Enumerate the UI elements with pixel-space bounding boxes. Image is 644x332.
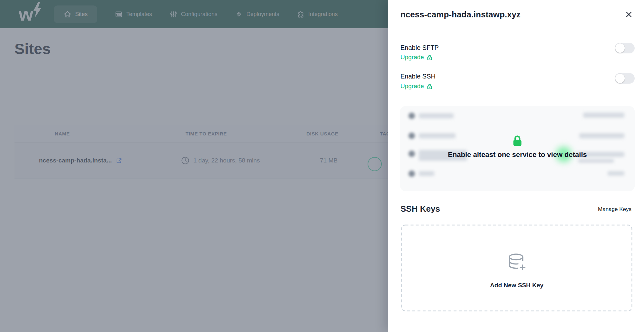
database-plus-icon (505, 252, 528, 275)
sftp-upgrade-link[interactable]: Upgrade (400, 54, 433, 61)
lock-solid-icon (511, 134, 524, 147)
toggle-knob (615, 74, 625, 83)
locked-details-card: Enable alteast one service to view detai… (400, 106, 635, 191)
upgrade-label: Upgrade (400, 54, 424, 61)
sftp-toggle[interactable] (615, 43, 635, 53)
lock-outline-icon (427, 54, 433, 60)
ssh-keys-heading: SSH Keys (400, 204, 440, 214)
toggle-knob (615, 43, 625, 53)
ssh-upgrade-link[interactable]: Upgrade (400, 83, 433, 90)
panel-divider (400, 29, 632, 29)
close-icon (624, 10, 633, 19)
locked-message-overlay: Enable alteast one service to view detai… (400, 106, 635, 191)
lock-outline-icon (427, 83, 433, 89)
enable-sftp-label: Enable SFTP (400, 44, 439, 51)
app-root: w Sites Templates (0, 0, 644, 332)
upgrade-label: Upgrade (400, 83, 424, 90)
locked-message: Enable alteast one service to view detai… (448, 151, 587, 159)
panel-header: ncess-camp-hada.instawp.xyz (388, 0, 644, 29)
manage-keys-link[interactable]: Manage Keys (598, 206, 631, 213)
add-ssh-key-dropzone[interactable]: Add New SSH Key (401, 225, 632, 311)
add-ssh-key-content: Add New SSH Key (401, 225, 632, 311)
ssh-toggle[interactable] (615, 73, 635, 84)
site-details-panel: ncess-camp-hada.instawp.xyz Enable SFTP … (388, 0, 644, 332)
enable-ssh-label: Enable SSH (400, 73, 436, 80)
add-ssh-key-label: Add New SSH Key (490, 282, 543, 289)
close-button[interactable] (623, 9, 634, 20)
panel-title: ncess-camp-hada.instawp.xyz (400, 10, 521, 20)
